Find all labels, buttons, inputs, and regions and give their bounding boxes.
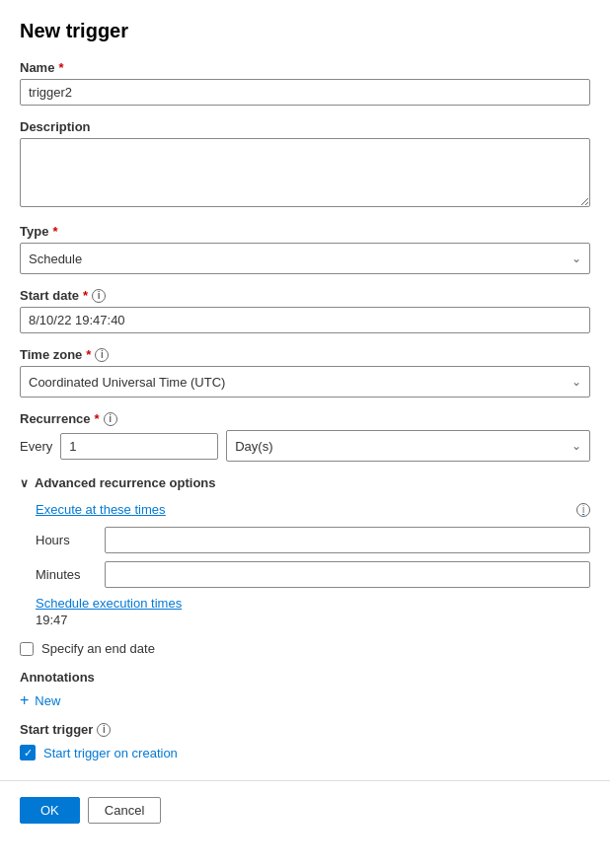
timezone-label: Time zone * i — [20, 347, 590, 362]
execute-link[interactable]: Execute at these times — [36, 502, 166, 517]
advanced-chevron-icon: ∨ — [20, 476, 29, 490]
name-required: * — [58, 60, 63, 75]
execute-section: Execute at these times i Hours Minutes S… — [20, 502, 590, 627]
annotations-new-button[interactable]: + New — [20, 692, 60, 708]
name-input[interactable] — [20, 79, 590, 106]
recurrence-every-input[interactable] — [60, 433, 218, 460]
type-label: Type * — [20, 224, 590, 239]
start-date-input[interactable] — [20, 307, 590, 333]
name-label: Name * — [20, 60, 590, 75]
checkmark-icon: ✓ — [24, 748, 33, 759]
timezone-required: * — [86, 347, 91, 362]
type-select[interactable]: Schedule ⌄ — [20, 243, 590, 274]
plus-icon: + — [20, 692, 29, 708]
start-date-field-group: Start date * i — [20, 288, 590, 333]
recurrence-info-icon[interactable]: i — [104, 412, 117, 426]
type-chevron-icon: ⌄ — [572, 252, 581, 265]
recurrence-unit-select[interactable]: Day(s) ⌄ — [226, 430, 590, 462]
footer-bar: OK Cancel — [0, 780, 610, 839]
recurrence-label: Recurrence * i — [20, 411, 590, 426]
annotations-section: Annotations + New — [20, 670, 590, 708]
annotations-label: Annotations — [20, 670, 590, 685]
name-field-group: Name * — [20, 60, 590, 106]
timezone-chevron-icon: ⌄ — [572, 375, 581, 389]
start-trigger-section: Start trigger i ✓ Start trigger on creat… — [20, 722, 590, 760]
timezone-field-group: Time zone * i Coordinated Universal Time… — [20, 347, 590, 398]
type-field-group: Type * Schedule ⌄ — [20, 224, 590, 274]
minutes-label: Minutes — [36, 567, 95, 582]
start-trigger-check-label[interactable]: Start trigger on creation — [43, 746, 178, 760]
advanced-toggle[interactable]: ∨ Advanced recurrence options — [20, 475, 590, 490]
ok-button[interactable]: OK — [20, 797, 80, 824]
advanced-section: ∨ Advanced recurrence options Execute at… — [20, 475, 590, 627]
start-date-label: Start date * i — [20, 288, 590, 303]
specify-end-checkbox[interactable] — [20, 642, 34, 656]
specify-end-row: Specify an end date — [20, 641, 590, 656]
start-trigger-checkbox[interactable]: ✓ — [20, 745, 36, 760]
type-required: * — [52, 224, 57, 239]
recurrence-row: Every Day(s) ⌄ — [20, 430, 590, 462]
hours-label: Hours — [36, 533, 95, 547]
recurrence-field-group: Recurrence * i Every Day(s) ⌄ — [20, 411, 590, 462]
specify-end-label[interactable]: Specify an end date — [41, 641, 155, 656]
hours-input[interactable] — [105, 527, 590, 553]
description-input[interactable] — [20, 138, 590, 207]
execute-info-icon[interactable]: i — [576, 503, 590, 517]
start-trigger-check-row: ✓ Start trigger on creation — [20, 745, 590, 760]
recurrence-unit-chevron-icon: ⌄ — [572, 439, 581, 453]
timezone-info-icon[interactable]: i — [95, 348, 109, 362]
schedule-time: 19:47 — [36, 613, 590, 627]
description-label: Description — [20, 119, 590, 134]
start-date-required: * — [83, 288, 88, 303]
execute-times-row: Execute at these times i — [36, 502, 590, 517]
recurrence-required: * — [95, 411, 100, 426]
description-field-group: Description — [20, 119, 590, 210]
schedule-link[interactable]: Schedule execution times — [36, 596, 590, 611]
minutes-row: Minutes — [36, 561, 590, 588]
start-trigger-label: Start trigger i — [20, 722, 590, 737]
start-date-info-icon[interactable]: i — [92, 289, 106, 303]
cancel-button[interactable]: Cancel — [88, 797, 161, 824]
start-trigger-info-icon[interactable]: i — [97, 723, 111, 737]
minutes-input[interactable] — [105, 561, 590, 588]
every-label: Every — [20, 439, 52, 454]
page-title: New trigger — [20, 20, 590, 42]
timezone-select[interactable]: Coordinated Universal Time (UTC) ⌄ — [20, 366, 590, 398]
hours-row: Hours — [36, 527, 590, 553]
